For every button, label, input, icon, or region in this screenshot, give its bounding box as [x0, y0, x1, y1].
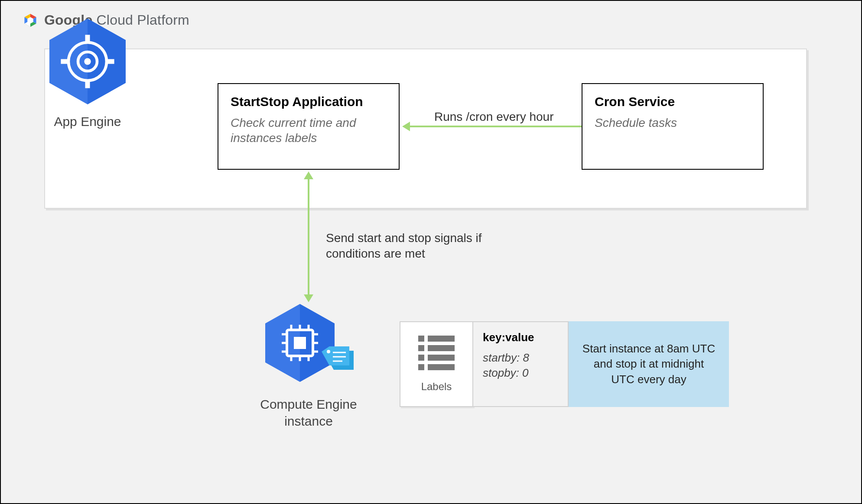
labels-icon-box: Labels — [400, 321, 473, 407]
labels-panel: Labels key:value startby: 8 stopby: 0 St… — [400, 321, 729, 407]
diagram-canvas: Google Cloud Platform App Engine StartSt… — [0, 0, 862, 504]
startstop-box: StartStop Application Check current time… — [218, 83, 400, 170]
svg-point-11 — [84, 58, 91, 65]
labels-caption: Labels — [421, 381, 452, 393]
labels-description: Start instance at 8am UTC and stop it at… — [569, 321, 729, 407]
app-engine-block: App Engine — [31, 14, 144, 129]
kv-line-1: stopby: 0 — [483, 365, 558, 381]
svg-rect-19 — [294, 337, 306, 349]
arrow-cron-to-app — [410, 126, 582, 127]
arrowhead-cron-to-app — [402, 122, 410, 131]
svg-point-34 — [327, 350, 330, 353]
compute-engine-label: Compute Engine instance — [244, 396, 374, 430]
arrow-app-to-compute — [308, 178, 309, 295]
app-engine-label: App Engine — [31, 114, 144, 129]
startstop-subtitle: Check current time and instances labels — [231, 115, 387, 145]
arrowhead-up — [304, 171, 313, 179]
compute-engine-icon — [257, 295, 361, 391]
svg-rect-13 — [85, 80, 90, 88]
kv-box: key:value startby: 8 stopby: 0 — [473, 321, 569, 407]
cron-title: Cron Service — [595, 94, 751, 109]
edge-label-compute: Send start and stop signals if condition… — [326, 230, 499, 262]
edge-label-cron: Runs /cron every hour — [434, 109, 573, 125]
compute-engine-block: Compute Engine instance — [244, 295, 374, 430]
svg-rect-12 — [85, 35, 90, 43]
app-engine-icon — [40, 14, 135, 109]
kv-title: key:value — [483, 331, 558, 344]
svg-rect-15 — [106, 59, 114, 64]
cron-box: Cron Service Schedule tasks — [582, 83, 764, 170]
list-icon — [418, 336, 455, 374]
cron-subtitle: Schedule tasks — [595, 115, 751, 130]
kv-line-0: startby: 8 — [483, 350, 558, 365]
startstop-title: StartStop Application — [231, 94, 387, 109]
svg-rect-14 — [61, 59, 69, 64]
